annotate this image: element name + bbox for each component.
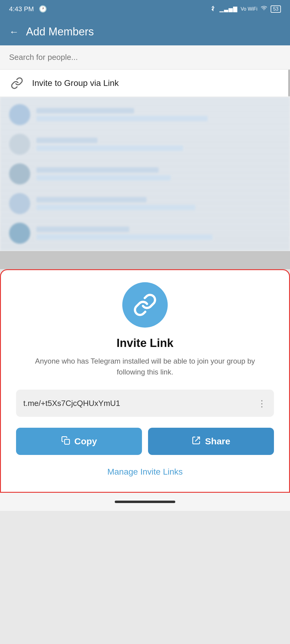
contact-text [36, 227, 281, 240]
link-options-button[interactable]: ⋮ [257, 398, 267, 409]
contact-status-line [36, 145, 183, 151]
scrollbar [288, 70, 290, 96]
share-button[interactable]: Share [148, 428, 274, 455]
bluetooth-icon [210, 5, 216, 13]
back-button[interactable]: ← [9, 26, 19, 38]
search-input[interactable] [9, 53, 281, 62]
home-indicator [0, 493, 290, 511]
status-time: 4:43 PM [9, 5, 34, 13]
page-title: Add Members [26, 25, 94, 38]
modal-description: Anyone who has Telegram installed will b… [16, 356, 274, 378]
wifi-icon [260, 5, 268, 13]
contact-status-line [36, 205, 195, 210]
top-header: ← Add Members [0, 18, 290, 45]
copy-icon [61, 436, 70, 447]
alarm-icon: 🕐 [39, 5, 47, 13]
svg-rect-0 [64, 439, 69, 444]
contact-text [36, 167, 281, 181]
modal-title: Invite Link [16, 337, 274, 350]
vo-wifi-label: Vo WiFi [241, 6, 257, 12]
invite-link-modal: Invite Link Anyone who has Telegram inst… [0, 269, 290, 493]
copy-button[interactable]: Copy [16, 428, 142, 455]
signal-icon: ▁▃▅▇ [219, 6, 238, 12]
contact-text [36, 108, 281, 121]
contact-name-line [36, 167, 159, 173]
contact-text [36, 197, 281, 210]
contact-name-line [36, 197, 147, 202]
contact-name-line [36, 108, 134, 113]
battery-indicator: 53 [271, 5, 281, 13]
contact-name-line [36, 138, 97, 143]
contact-status-line [36, 234, 213, 240]
invite-link-text: t.me/+t5Xs7CjcQHUxYmU1 [23, 399, 257, 408]
avatar [9, 193, 30, 214]
manage-invite-links[interactable]: Manage Invite Links [16, 467, 274, 477]
list-item [9, 131, 281, 157]
link-icon [9, 75, 25, 91]
search-bar [0, 45, 290, 70]
invite-link-box: t.me/+t5Xs7CjcQHUxYmU1 ⋮ [16, 390, 274, 417]
action-buttons-row: Copy Share [16, 428, 274, 455]
contact-name-line [36, 227, 129, 232]
list-item [9, 191, 281, 217]
avatar [9, 223, 30, 244]
list-item [9, 161, 281, 187]
contact-text [36, 138, 281, 151]
status-bar: 4:43 PM 🕐 ▁▃▅▇ Vo WiFi 53 [0, 0, 290, 18]
contact-list-blurred [0, 97, 290, 251]
share-label: Share [205, 436, 230, 446]
contact-list [0, 97, 290, 251]
manage-invite-links-link[interactable]: Manage Invite Links [107, 467, 183, 476]
bottom-sheet-backdrop [0, 251, 290, 269]
home-bar [115, 501, 175, 503]
avatar [9, 134, 30, 155]
invite-link-icon-circle [122, 282, 168, 328]
list-item [9, 220, 281, 246]
contact-status-line [36, 116, 208, 121]
copy-label: Copy [74, 436, 97, 446]
contact-status-line [36, 175, 171, 181]
status-right: ▁▃▅▇ Vo WiFi 53 [210, 5, 281, 13]
avatar [9, 104, 30, 125]
invite-row-label: Invite to Group via Link [32, 78, 119, 88]
share-icon [192, 436, 201, 447]
invite-to-group-row[interactable]: Invite to Group via Link [0, 70, 290, 97]
list-item [9, 102, 281, 128]
avatar [9, 163, 30, 185]
status-left: 4:43 PM 🕐 [9, 5, 47, 13]
